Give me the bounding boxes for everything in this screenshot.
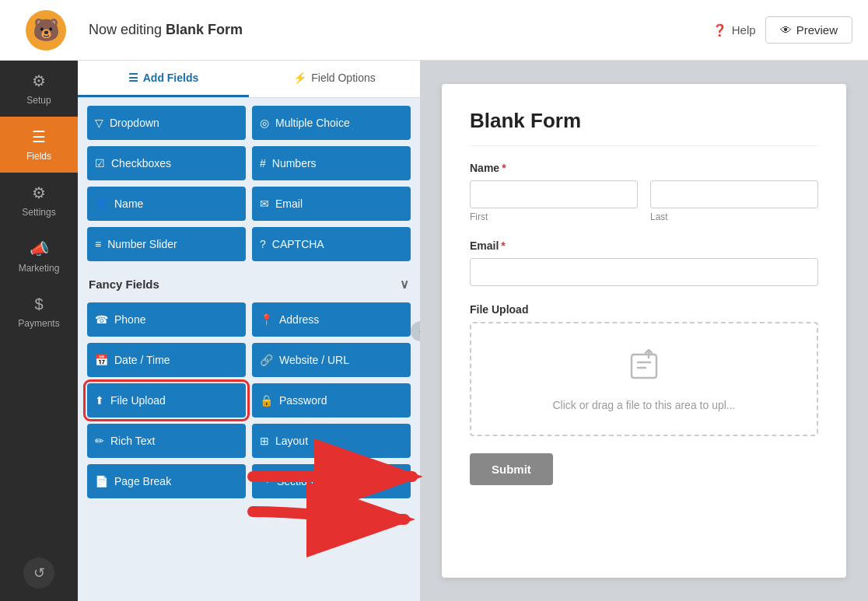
captcha-icon: ?	[260, 238, 266, 250]
logo-area: 🐻	[16, 10, 76, 51]
field-btn-checkboxes[interactable]: ☑ Checkboxes	[87, 146, 246, 180]
fields-icon: ☰	[32, 128, 46, 146]
section-divider-label: Section Divider	[277, 475, 350, 487]
settings-icon: ⚙	[32, 183, 46, 202]
field-btn-file-upload[interactable]: ⬆ File Upload	[87, 383, 246, 418]
address-label: Address	[279, 313, 319, 326]
field-btn-numbers[interactable]: # Numbers	[252, 146, 411, 180]
undo-button[interactable]: ↺	[23, 557, 54, 589]
field-btn-captcha[interactable]: ? CAPTCHA	[252, 227, 411, 261]
sidebar-label-marketing: Marketing	[19, 263, 60, 274]
logo-bear: 🐻	[26, 10, 66, 51]
sidebar-item-marketing[interactable]: 📣 Marketing	[0, 229, 78, 285]
standard-fields-grid: ▽ Dropdown ◎ Multiple Choice ☑ Checkboxe…	[78, 98, 420, 269]
password-icon: 🔒	[260, 394, 273, 407]
email-label-text: Email	[470, 239, 499, 252]
field-btn-phone[interactable]: ☎ Phone	[87, 302, 246, 337]
numbers-icon: #	[260, 157, 266, 169]
field-btn-rich-text[interactable]: ✏ Rich Text	[87, 424, 246, 458]
file-upload-field-label: File Upload	[470, 303, 818, 316]
first-name-input[interactable]	[470, 180, 638, 208]
email-input[interactable]	[470, 258, 818, 286]
phone-label: Phone	[114, 313, 145, 326]
field-btn-multiple-choice[interactable]: ◎ Multiple Choice	[252, 106, 411, 140]
tab-field-options[interactable]: ⚡ Field Options	[249, 61, 420, 97]
field-btn-date-time[interactable]: 📅 Date / Time	[87, 343, 246, 377]
panel-tabs: ☰ Add Fields ⚡ Field Options	[78, 61, 420, 98]
rich-text-icon: ✏	[95, 435, 104, 447]
field-btn-section-divider[interactable]: → Section Divider	[252, 464, 411, 498]
captcha-label: CAPTCHA	[272, 238, 324, 250]
svg-rect-0	[632, 355, 656, 378]
help-button[interactable]: ❓ Help	[712, 23, 756, 37]
upload-icon	[625, 347, 663, 391]
field-btn-address[interactable]: 📍 Address	[252, 302, 411, 337]
fancy-fields-collapse[interactable]: ∨	[400, 277, 409, 292]
form-card: Blank Form Name* First Last	[442, 84, 846, 578]
top-bar: 🐻 Now editing Blank Form ❓ Help 👁 Previe…	[0, 0, 868, 61]
form-name-title: Blank Form	[166, 22, 243, 37]
name-required-star: *	[502, 162, 506, 174]
field-btn-password[interactable]: 🔒 Password	[252, 383, 411, 418]
last-name-input[interactable]	[650, 180, 818, 208]
fields-panel: ☰ Add Fields ⚡ Field Options ▽ Dropdown …	[78, 61, 420, 601]
form-title: Blank Form	[470, 109, 818, 146]
marketing-icon: 📣	[30, 239, 49, 258]
field-btn-page-break[interactable]: 📄 Page Break	[87, 464, 246, 498]
preview-button[interactable]: 👁 Preview	[765, 16, 852, 44]
date-time-icon: 📅	[95, 354, 108, 366]
email-field-label: Email*	[470, 239, 818, 252]
section-divider-icon: →	[260, 475, 271, 487]
field-options-icon: ⚡	[293, 72, 306, 84]
layout-label: Layout	[275, 435, 308, 447]
preview-label: Preview	[796, 23, 838, 37]
number-slider-label: Number Slider	[107, 238, 177, 250]
number-slider-icon: ≡	[95, 238, 101, 250]
name-label: Name	[114, 197, 143, 210]
sidebar-item-fields[interactable]: ☰ Fields	[0, 117, 78, 173]
tab-add-fields[interactable]: ☰ Add Fields	[78, 61, 249, 97]
field-btn-layout[interactable]: ⊞ Layout	[252, 424, 411, 458]
add-fields-icon: ☰	[128, 72, 138, 84]
field-btn-name[interactable]: 👤 Name	[87, 187, 246, 221]
tab-field-options-label: Field Options	[311, 72, 375, 84]
first-label: First	[470, 211, 638, 222]
name-icon: 👤	[95, 197, 108, 210]
multiple-choice-label: Multiple Choice	[275, 117, 350, 129]
submit-button[interactable]: Submit	[470, 453, 553, 485]
file-upload-area[interactable]: Click or drag a file to this area to upl…	[470, 322, 818, 436]
sidebar-item-payments[interactable]: $ Payments	[0, 285, 78, 340]
first-name-subfield: First	[470, 180, 638, 222]
field-btn-dropdown[interactable]: ▽ Dropdown	[87, 106, 246, 140]
submit-label: Submit	[492, 463, 531, 476]
checkboxes-icon: ☑	[95, 157, 105, 169]
fancy-fields-grid: ☎ Phone 📍 Address 📅 Date / Time 🔗 Websit…	[78, 295, 420, 506]
preview-icon: 👁	[780, 23, 792, 37]
sidebar-item-settings[interactable]: ⚙ Settings	[0, 173, 78, 229]
file-upload-label: File Upload	[110, 394, 166, 407]
layout-icon: ⊞	[260, 435, 269, 447]
page-break-icon: 📄	[95, 475, 108, 487]
payments-icon: $	[34, 295, 43, 313]
help-icon: ❓	[712, 23, 727, 37]
multiple-choice-icon: ◎	[260, 117, 269, 129]
editing-title: Now editing Blank Form	[89, 22, 700, 38]
sidebar-bottom: ↺	[0, 545, 78, 601]
help-label: Help	[732, 23, 756, 37]
sidebar-label-settings: Settings	[22, 207, 55, 218]
email-icon: ✉	[260, 197, 269, 210]
password-label: Password	[279, 394, 327, 407]
field-btn-number-slider[interactable]: ≡ Number Slider	[87, 227, 246, 261]
main-layout: ⚙ Setup ☰ Fields ⚙ Settings 📣 Marketing …	[0, 61, 868, 601]
email-field-group: Email*	[470, 239, 818, 286]
rich-text-label: Rich Text	[110, 435, 155, 447]
field-btn-email[interactable]: ✉ Email	[252, 187, 411, 221]
name-label-text: Name	[470, 162, 499, 174]
dropdown-icon: ▽	[95, 117, 103, 129]
sidebar-item-setup[interactable]: ⚙ Setup	[0, 61, 78, 117]
page-break-label: Page Break	[114, 475, 171, 487]
field-btn-website-url[interactable]: 🔗 Website / URL	[252, 343, 411, 377]
phone-icon: ☎	[95, 313, 108, 326]
last-label: Last	[650, 211, 818, 222]
sidebar-label-setup: Setup	[26, 95, 51, 106]
